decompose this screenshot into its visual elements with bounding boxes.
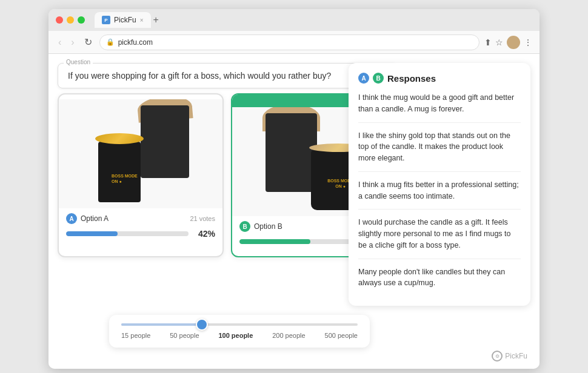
question-box: If you were shopping for a gift for a bo… (58, 63, 397, 88)
question-text: If you were shopping for a gift for a bo… (68, 71, 331, 81)
nav-right-icons: ⬆ ☆ ⋮ (484, 36, 532, 49)
pickfu-logo-icon: ⚙ (492, 351, 503, 361)
slider-label-0[interactable]: 15 people (121, 332, 150, 339)
slider-label-3[interactable]: 200 people (272, 332, 305, 339)
slider-thumb[interactable] (196, 319, 208, 331)
question-label: Question (64, 59, 93, 65)
browser-nav: ‹ › ↻ 🔒 pickfu.com ⬆ ☆ ⋮ (48, 31, 540, 54)
option-a-pct: 42% (193, 229, 215, 239)
tab-close-icon[interactable]: × (140, 17, 144, 24)
pickfu-watermark: ⚙ PickFu (492, 351, 527, 361)
slider-track[interactable] (121, 323, 358, 326)
minimize-button[interactable] (67, 16, 74, 24)
responses-title: Responses (387, 73, 436, 84)
responses-badge-b: B (373, 73, 384, 84)
forward-button[interactable]: › (68, 36, 76, 49)
slider-fill (121, 323, 202, 326)
user-avatar[interactable] (507, 36, 520, 49)
question-container: Question If you were shopping for a gift… (58, 63, 397, 88)
badge-b: B (239, 221, 250, 232)
option-a-image: BOSS MODEON ● (59, 99, 222, 208)
tab-favicon: P (102, 16, 110, 24)
option-a-label: A Option A (66, 213, 109, 224)
response-item-4: I would purchase the candle as a gift. I… (358, 217, 521, 259)
refresh-button[interactable]: ↻ (82, 35, 95, 49)
response-item-2: I like the shiny gold top that stands ou… (358, 130, 521, 172)
option-a-bar-area: 42% (59, 226, 222, 241)
tab-title: PickFu (114, 16, 136, 24)
menu-icon[interactable]: ⋮ (524, 38, 532, 47)
option-b-track (239, 239, 362, 244)
boss-mode-label-a: BOSS MODEON ● (112, 173, 138, 184)
option-a-votes: 21 votes (190, 215, 215, 222)
option-a-fill (66, 231, 118, 236)
bag-back-a (141, 105, 189, 178)
candle-lid (95, 133, 144, 144)
bag-b (266, 113, 317, 192)
badge-a: A (66, 213, 77, 224)
candle-product: BOSS MODEON ● (98, 142, 141, 202)
pickfu-brand-text: PickFu (505, 352, 527, 360)
option-a-card: BOSS MODEON ● A Option A 21 votes (58, 93, 224, 257)
slider-labels: 15 people 50 people 100 people 200 peopl… (121, 332, 358, 339)
url-text: pickfu.com (118, 38, 153, 47)
response-item-5: Many people don't like candles but they … (358, 266, 521, 297)
response-item-1: I think the mug would be a good gift and… (358, 92, 521, 123)
slider-label-1[interactable]: 50 people (170, 332, 199, 339)
responses-header: A B Responses (358, 73, 521, 84)
new-tab-button[interactable]: + (153, 15, 159, 25)
browser-tabs: P PickFu × + (95, 12, 532, 28)
option-a-name: Option A (81, 214, 109, 223)
traffic-lights (56, 16, 85, 24)
slider-label-2[interactable]: 100 people (218, 332, 253, 339)
option-a-info: A Option A 21 votes (59, 208, 222, 226)
slider-label-4[interactable]: 500 people (325, 332, 358, 339)
options-area: BOSS MODEON ● A Option A 21 votes (58, 93, 397, 257)
responses-panel: A B Responses I think the mug would be a… (349, 63, 530, 306)
address-bar[interactable]: 🔒 pickfu.com (99, 35, 479, 50)
maximize-button[interactable] (78, 16, 85, 24)
responses-badge-a: A (358, 73, 369, 84)
option-b-fill (239, 239, 310, 244)
option-b-label: B Option B (239, 221, 282, 232)
close-button[interactable] (56, 16, 63, 24)
share-icon[interactable]: ⬆ (484, 38, 492, 47)
bookmark-icon[interactable]: ☆ (495, 38, 503, 47)
response-item-3: I think a mug fits better in a professio… (358, 179, 521, 210)
lock-icon: 🔒 (106, 38, 115, 46)
product-a-visual: BOSS MODEON ● (86, 105, 195, 202)
option-a-track (66, 231, 189, 236)
slider-section: 15 people 50 people 100 people 200 peopl… (109, 315, 370, 348)
active-tab[interactable]: P PickFu × (95, 12, 151, 28)
back-button[interactable]: ‹ (56, 36, 64, 49)
option-b-name: Option B (254, 222, 282, 231)
